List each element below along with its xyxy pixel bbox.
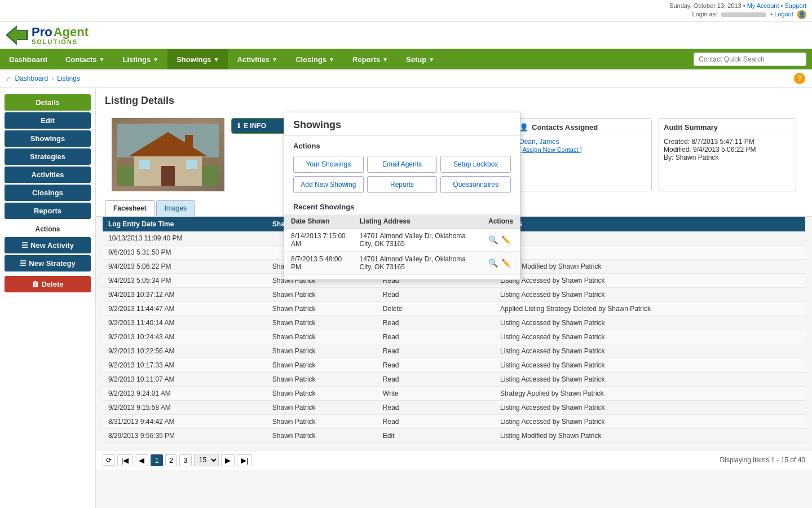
recent-showings-table: Date Shown Listing Address Actions 8/14/… (284, 214, 520, 275)
recent-showings-label: Recent Showings (284, 199, 520, 214)
home-icon[interactable]: ⌂ (7, 74, 11, 83)
log-date: 9/2/2013 10:24:43 AM (103, 330, 267, 344)
header: Pro Agent SOLUTIONS (0, 22, 812, 49)
log-user: Shawn Patrick (267, 302, 377, 316)
per-page-select[interactable]: 15 25 50 (194, 454, 219, 466)
svg-marker-2 (8, 27, 26, 43)
sidebar-delete-btn[interactable]: 🗑 Delete (5, 276, 91, 292)
view-showing-btn[interactable]: 🔍 (488, 259, 498, 268)
help-icon[interactable]: ? (794, 73, 805, 84)
log-date: 8/31/2013 9:44:42 AM (103, 415, 267, 429)
assign-new-contact-link[interactable]: [ Assign New Contact ] (519, 146, 582, 153)
log-user: Shawn Patrick (267, 358, 377, 373)
date-display: Sunday, October 13, 2013 (669, 2, 742, 9)
first-page-btn[interactable]: |◀ (117, 454, 133, 466)
svg-rect-8 (161, 166, 175, 186)
sidebar-details-btn[interactable]: Details (5, 94, 91, 111)
log-details: Listing Modified by Shawn Patrick (495, 429, 805, 443)
audit-summary-box: Audit Summary Created: 8/7/2013 5:47:11 … (659, 118, 796, 191)
log-user: Shawn Patrick (267, 387, 377, 401)
edit-showing-btn[interactable]: ✏️ (501, 259, 511, 268)
page-3-btn[interactable]: 3 (179, 454, 191, 466)
log-date: 9/2/2013 10:22:56 AM (103, 344, 267, 358)
edit-showing-btn[interactable]: ✏️ (501, 235, 511, 244)
listing-title: Listing Details (105, 95, 803, 107)
sidebar-strategies-btn[interactable]: Strategies (5, 148, 91, 165)
questionnaires-btn[interactable]: Questionnaires (440, 176, 511, 193)
log-details: Listing Accessed by Shawn Patrick (495, 358, 805, 373)
nav-activities[interactable]: Activities ▼ (228, 49, 286, 69)
breadcrumb-listings[interactable]: Listings (57, 75, 80, 82)
sidebar-showings-btn[interactable]: Showings (5, 130, 91, 147)
table-row: 9/2/2013 10:11:07 AM Shawn Patrick Read … (103, 373, 805, 387)
log-date: 9/2/2013 9:15:58 AM (103, 401, 267, 415)
last-page-btn[interactable]: ▶| (237, 454, 252, 466)
content-area: Listing Details (96, 88, 812, 508)
view-showing-btn[interactable]: 🔍 (488, 235, 498, 244)
your-showings-btn[interactable]: Your Showings (293, 156, 364, 173)
list-icon-2: ☰ (20, 259, 27, 268)
log-details: Listing Accessed by Shawn Patrick (495, 373, 805, 387)
log-action: Read (377, 344, 495, 358)
contacts-icon: 👤 (519, 123, 528, 132)
nav-showings[interactable]: Showings ▼ (167, 49, 228, 69)
my-account-link[interactable]: My Account (747, 2, 779, 9)
log-action: Write (377, 387, 495, 401)
logo-icon (6, 25, 28, 45)
logo-text: Pro Agent SOLUTIONS (32, 26, 89, 45)
contact-quick-search[interactable] (694, 52, 806, 66)
page-1-btn[interactable]: 1 (151, 454, 162, 466)
sidebar-activities-btn[interactable]: Activities (5, 167, 91, 183)
nav-closings[interactable]: Closings ▼ (286, 49, 343, 69)
log-user: Shawn Patrick (267, 429, 377, 443)
nav-setup[interactable]: Setup ▼ (397, 49, 443, 69)
showing-row: 8/14/2013 7:15:00 AM 14701 Almond Valley… (284, 229, 520, 252)
sidebar-actions-label: Actions (0, 221, 95, 235)
log-action: Read (377, 288, 495, 302)
log-details: Listing Accessed by Shawn Patrick (495, 401, 805, 415)
showing-date: 8/7/2013 5:48:00 PM (284, 252, 352, 275)
sidebar-new-activity-btn[interactable]: ☰ New Activity (5, 237, 91, 253)
email-agents-btn[interactable]: Email Agents (367, 156, 438, 173)
log-details: Listing Accessed by Shawn Patrick (495, 330, 805, 344)
refresh-btn[interactable]: ⟳ (103, 454, 115, 466)
nav-dashboard[interactable]: Dashboard (0, 49, 56, 69)
top-bar: Sunday, October 13, 2013 • My Account • … (0, 0, 812, 22)
sidebar-closings-btn[interactable]: Closings (5, 185, 91, 201)
log-details (495, 231, 805, 246)
nav-listings[interactable]: Listings ▼ (113, 49, 167, 69)
tab-images[interactable]: Images (156, 200, 195, 216)
log-date: 10/13/2013 11:09:40 PM (103, 231, 267, 246)
add-new-showing-btn[interactable]: Add New Showing (293, 176, 364, 193)
sidebar-edit-btn[interactable]: Edit (5, 112, 91, 129)
sidebar-reports-btn[interactable]: Reports (5, 203, 91, 219)
tab-facesheet[interactable]: Facesheet (105, 200, 155, 216)
nav-contacts[interactable]: Contacts ▼ (56, 49, 114, 69)
nav-reports[interactable]: Reports ▼ (343, 49, 397, 69)
dropdown-reports-btn[interactable]: Reports (367, 176, 438, 193)
showing-col-address: Listing Address (352, 214, 482, 229)
log-date: 9/2/2013 10:17:33 AM (103, 358, 267, 373)
table-row: 9/2/2013 11:40:14 AM Shawn Patrick Read … (103, 316, 805, 330)
log-date: 9/2/2013 11:44:47 AM (103, 302, 267, 316)
log-details: Listing Accessed by Shawn Patrick (495, 344, 805, 358)
log-user: Shawn Patrick (267, 401, 377, 415)
showing-actions-cell: 🔍 ✏️ (482, 252, 520, 275)
page-2-btn[interactable]: 2 (165, 454, 177, 466)
sidebar-new-strategy-btn[interactable]: ☰ New Strategy (5, 255, 91, 271)
log-details: Listing Modified by Shawn Patrick (495, 260, 805, 274)
breadcrumb-dashboard[interactable]: Dashboard (15, 75, 48, 82)
support-link[interactable]: Support (784, 2, 806, 9)
col-date: Log Entry Date Time (103, 217, 267, 231)
log-details: Listing Accessed by Shawn Patrick (495, 288, 805, 302)
logout-link[interactable]: Logout (774, 11, 793, 17)
next-page-btn[interactable]: ▶ (221, 454, 235, 466)
log-date: 9/4/2013 5:05:34 PM (103, 274, 267, 288)
audit-by: By: Shawn Patrick (664, 154, 791, 161)
contact-name-link[interactable]: Dean, James (519, 138, 559, 146)
showing-col-date: Date Shown (284, 214, 352, 229)
log-details: Listing Accessed by Shawn Patrick (495, 415, 805, 429)
setup-lockbox-btn[interactable]: Setup Lockbox (440, 156, 511, 173)
nav-search-container (688, 49, 812, 69)
prev-page-btn[interactable]: ◀ (135, 454, 148, 466)
